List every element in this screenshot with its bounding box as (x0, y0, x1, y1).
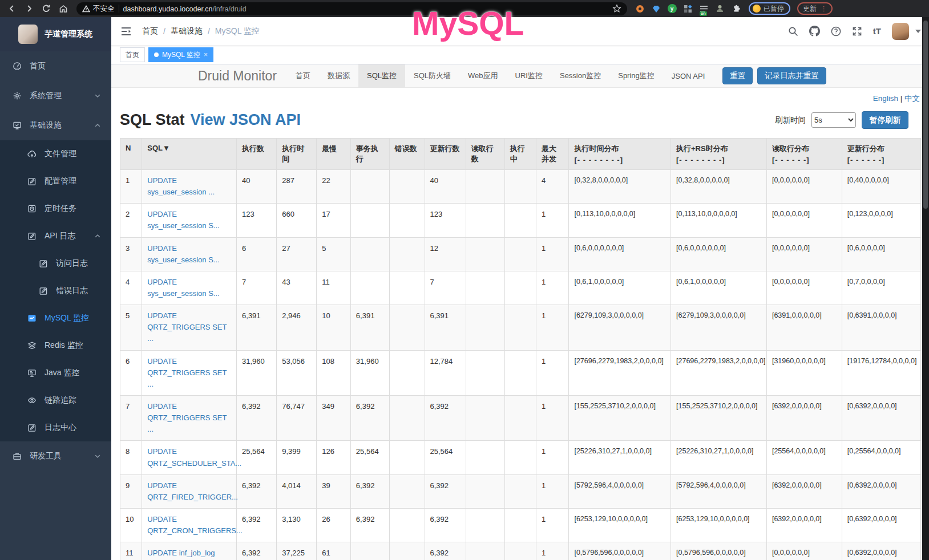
cell-tx_exec: 6,392 (350, 474, 389, 508)
tab-home[interactable]: 首页 (120, 47, 145, 62)
cell-executing (504, 542, 536, 560)
breadcrumb-item[interactable]: 首页 (142, 26, 158, 36)
col-header-sql[interactable]: SQL▼ (142, 139, 237, 170)
cell-exec_time: 287 (277, 170, 317, 204)
java-icon (27, 368, 37, 378)
sql-link[interactable]: UPDATE QRTZ_TRIGGERS SET ... (147, 357, 227, 388)
tab-mysql-monitor[interactable]: MySQL 监控 × (148, 47, 213, 62)
cell-exec_count: 40 (237, 170, 277, 204)
lang-chinese-link[interactable]: 中文 (904, 94, 920, 103)
sql-link[interactable]: UPDATE QRTZ_TRIGGERS SET ... (147, 402, 227, 433)
sidebar-item-log-center[interactable]: 日志中心 (0, 414, 111, 441)
url-bar[interactable]: 不安全 dashboard.yudao.iocoder.cn/infra/dru… (76, 2, 627, 15)
refresh-interval-select[interactable]: 5s (811, 112, 856, 128)
cell-read_rows (466, 271, 504, 305)
fullscreen-icon[interactable] (852, 26, 862, 36)
druid-brand[interactable]: Druid Monitor (198, 68, 277, 84)
druid-nav-数据源[interactable]: 数据源 (319, 64, 358, 87)
sql-link[interactable]: UPDATE sys_user_session S... (147, 244, 219, 264)
cell-errors (389, 395, 425, 440)
home-icon[interactable] (56, 2, 71, 15)
sidebar-item-system[interactable]: 系统管理 (0, 81, 111, 111)
security-warning[interactable]: 不安全 (82, 4, 115, 14)
druid-nav-Session监控[interactable]: Session监控 (551, 64, 609, 87)
sql-link[interactable]: UPDATE inf_job_log SET e... (147, 549, 215, 560)
sidebar-item-home[interactable]: 首页 (0, 51, 111, 81)
page-scrollbar[interactable] (922, 17, 929, 560)
sql-link[interactable]: UPDATE QRTZ_FIRED_TRIGGER... (147, 481, 238, 501)
cell-read_rows (466, 170, 504, 204)
close-icon[interactable]: × (204, 51, 208, 59)
druid-nav-Spring监控[interactable]: Spring监控 (609, 64, 663, 87)
druid-nav-URI监控[interactable]: URI监控 (507, 64, 551, 87)
url-host: dashboard.yudao.iocoder.cn (123, 5, 213, 13)
sql-link[interactable]: UPDATE sys_user_session S... (147, 278, 219, 298)
lang-english-link[interactable]: English (873, 94, 898, 103)
col-header-errors: 错误数 (389, 139, 425, 170)
sidebar-item-trace[interactable]: 链路追踪 (0, 387, 111, 414)
scrollbar-thumb[interactable] (923, 21, 928, 209)
col-header-exec_count: 执行数 (237, 139, 277, 170)
sidebar-collapse-icon[interactable] (120, 25, 133, 38)
sql-link[interactable]: UPDATE QRTZ_SCHEDULER_STA... (147, 447, 241, 467)
sql-link[interactable]: UPDATE sys_user_session ... (147, 176, 215, 196)
browser-update-button[interactable]: 更新 ⋮ (797, 2, 833, 15)
sidebar-item-access-log[interactable]: 访问日志 (0, 250, 111, 277)
avatar-caret-icon[interactable] (915, 30, 921, 33)
layers-icon (27, 341, 37, 350)
cell-exec_time: 660 (277, 204, 317, 237)
col-header-update_row_dist: 更新行分布[- - - - - -] (842, 139, 920, 170)
druid-nav-SQL监控[interactable]: SQL监控 (358, 64, 405, 87)
sql-link[interactable]: UPDATE QRTZ_TRIGGERS SET ... (147, 311, 227, 343)
extension-green-y-icon[interactable]: y (667, 4, 677, 14)
sql-link[interactable]: UPDATE sys_user_session S... (147, 210, 219, 230)
log-and-reset-button[interactable]: 记录日志并重置 (757, 67, 826, 84)
cell-exec_count: 7 (237, 271, 277, 305)
sidebar-item-job[interactable]: 定时任务 (0, 195, 111, 222)
druid-nav-SQL防火墙[interactable]: SQL防火墙 (405, 64, 459, 87)
github-icon[interactable] (809, 26, 820, 36)
druid-nav-JSON API[interactable]: JSON API (663, 64, 714, 87)
extension-squares-icon[interactable] (683, 4, 693, 14)
sidebar-item-mysql[interactable]: MySQL 监控 (0, 305, 111, 332)
forward-icon[interactable] (22, 2, 37, 15)
pause-refresh-button[interactable]: 暂停刷新 (862, 111, 908, 129)
sidebar-item-redis[interactable]: Redis 监控 (0, 332, 111, 359)
table-row: 6UPDATE QRTZ_TRIGGERS SET ...31,96053,05… (120, 350, 921, 395)
extension-gem-icon[interactable] (651, 4, 661, 14)
extensions-puzzle-icon[interactable] (731, 4, 741, 14)
cell-executing (504, 204, 536, 237)
search-icon[interactable] (788, 26, 798, 36)
bookmark-star-icon[interactable] (612, 4, 621, 13)
reset-button[interactable]: 重置 (722, 67, 753, 84)
cell-update_row_dist: [0,6392,0,0,0,0] (842, 542, 920, 560)
cell-tx_exec (350, 237, 389, 271)
sidebar-item-config[interactable]: 配置管理 (0, 168, 111, 195)
extension-misc-icon[interactable] (715, 4, 725, 14)
breadcrumb-item[interactable]: 基础设施 (171, 26, 203, 36)
extension-orange-icon[interactable] (635, 4, 645, 14)
edit-icon (39, 286, 48, 295)
sidebar-item-java[interactable]: Java 监控 (0, 359, 111, 387)
sidebar-item-error-log[interactable]: 错误日志 (0, 277, 111, 305)
sidebar-item-devtools[interactable]: 研发工具 (0, 441, 111, 471)
sidebar-item-file[interactable]: 文件管理 (0, 140, 111, 168)
sidebar-logo[interactable]: 芋道管理系统 (0, 17, 111, 51)
back-icon[interactable] (5, 2, 19, 15)
extension-list-icon[interactable]: on (699, 4, 709, 14)
druid-nav-首页[interactable]: 首页 (287, 64, 319, 87)
sidebar-item-api-log[interactable]: API 日志 (0, 222, 111, 250)
user-avatar[interactable] (892, 23, 909, 40)
emoji-avatar-icon (753, 5, 761, 13)
profile-paused-pill[interactable]: 已暂停 (749, 2, 790, 15)
help-icon[interactable] (831, 26, 841, 36)
druid-nav-Web应用[interactable]: Web应用 (459, 64, 507, 87)
view-json-api-link[interactable]: View JSON API (191, 111, 301, 129)
kebab-menu-icon[interactable]: ⋮ (821, 5, 827, 13)
cell-update_rows: 25,564 (425, 441, 466, 474)
font-size-icon[interactable]: tT (873, 26, 881, 36)
sidebar-item-infra[interactable]: 基础设施 (0, 111, 111, 140)
sql-link[interactable]: UPDATE QRTZ_CRON_TRIGGERS... (147, 515, 243, 535)
breadcrumb-item: MySQL 监控 (215, 26, 260, 36)
reload-icon[interactable] (39, 2, 54, 15)
